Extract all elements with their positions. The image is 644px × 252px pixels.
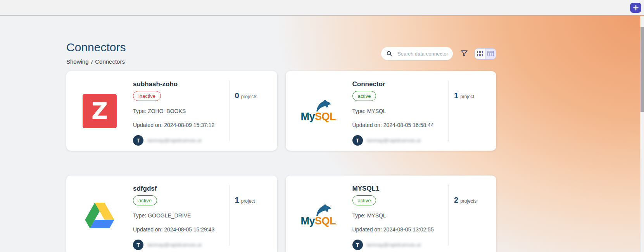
- table-view-icon: [487, 51, 494, 56]
- search-box[interactable]: [381, 47, 453, 60]
- filter-icon: [460, 49, 468, 57]
- page-header: Connectors Showing 7 Connectors: [66, 16, 496, 65]
- projects-count: 0: [235, 91, 239, 100]
- search-input[interactable]: [397, 50, 449, 57]
- mysql-wordmark-sql: SQL: [315, 215, 336, 227]
- connector-updated-on: Updated on: 2024-08-09 15:37:12: [133, 122, 229, 128]
- owner-avatar: T: [352, 240, 363, 250]
- connector-logo: My SQL .: [286, 176, 352, 252]
- owner-email-blurred: tanmay@rapidcanvas.ai: [367, 242, 421, 248]
- topbar: [0, 0, 644, 16]
- content-area: Connectors Showing 7 Connectors: [0, 16, 644, 252]
- owner-avatar: T: [133, 240, 143, 250]
- plus-icon: [633, 5, 639, 10]
- connector-logo: Z: [66, 71, 133, 151]
- projects-summary: 1project: [448, 80, 496, 141]
- projects-label: projects: [460, 198, 477, 204]
- connector-type: Type: MYSQL: [352, 212, 449, 219]
- owner-email-blurred: tanmay@rapidcanvas.ai: [147, 137, 202, 143]
- connector-updated-on: Updated on: 2024-08-05 13:02:55: [352, 226, 449, 233]
- projects-label: project: [241, 198, 255, 204]
- connector-card[interactable]: My SQL . Connector active Type: MYSQL Up…: [286, 71, 497, 151]
- mysql-trademark-dot: .: [336, 117, 337, 121]
- projects-summary: 1project: [229, 185, 277, 246]
- toolbar: [381, 47, 496, 60]
- projects-count: 2: [454, 196, 458, 204]
- connector-card[interactable]: Z subhash-zoho inactive Type: ZOHO_BOOKS…: [66, 71, 277, 151]
- mysql-trademark-dot: .: [336, 221, 337, 225]
- status-badge: active: [133, 195, 157, 205]
- zoho-books-logo: Z: [83, 94, 117, 128]
- grid-view-icon: [477, 51, 483, 56]
- page-title: Connectors: [66, 40, 126, 54]
- connector-name: sdfgdsf: [133, 185, 229, 192]
- zoho-letter: Z: [92, 100, 108, 122]
- connectors-grid: Z subhash-zoho inactive Type: ZOHO_BOOKS…: [66, 71, 496, 252]
- mysql-dolphin-icon: [316, 99, 332, 112]
- scrollbar-track[interactable]: [640, 16, 644, 252]
- grid-view-button[interactable]: [475, 49, 485, 59]
- projects-label: projects: [241, 94, 257, 99]
- mysql-wordmark-my: My: [300, 111, 315, 123]
- owner-avatar: T: [352, 135, 363, 146]
- add-connector-button[interactable]: [630, 3, 641, 13]
- filter-button[interactable]: [460, 49, 468, 58]
- status-badge: inactive: [133, 91, 161, 101]
- connector-logo: [66, 176, 133, 252]
- connector-updated-on: Updated on: 2024-08-05 16:58:44: [352, 122, 449, 128]
- status-badge: active: [352, 91, 376, 101]
- connector-card[interactable]: My SQL . MYSQL1 active Type: MYSQL Updat…: [286, 176, 497, 252]
- connector-name: Connector: [352, 81, 449, 87]
- connector-name: subhash-zoho: [133, 81, 229, 87]
- status-badge: active: [352, 195, 376, 205]
- mysql-wordmark-sql: SQL: [315, 111, 336, 123]
- mysql-dolphin-icon: [316, 204, 332, 216]
- mysql-wordmark-my: My: [300, 215, 315, 227]
- mysql-logo: My SQL .: [300, 99, 337, 123]
- projects-summary: 2projects: [448, 185, 496, 246]
- connector-type: Type: MYSQL: [352, 108, 449, 114]
- connector-card[interactable]: sdfgdsf active Type: GOOGLE_DRIVE Update…: [66, 176, 277, 252]
- projects-summary: 0projects: [229, 80, 277, 141]
- scrollbar-thumb[interactable]: [641, 27, 644, 112]
- search-icon: [386, 50, 392, 57]
- connector-logo: My SQL .: [286, 71, 352, 151]
- owner-email-blurred: tanmay@rapidcanvas.ai: [147, 242, 202, 248]
- results-count: Showing 7 Connectors: [66, 58, 126, 65]
- owner-avatar: T: [133, 135, 143, 146]
- projects-count: 1: [235, 196, 239, 204]
- google-drive-logo: [85, 203, 114, 228]
- view-toggle: [475, 48, 496, 59]
- table-view-button[interactable]: [485, 49, 496, 59]
- projects-count: 1: [454, 91, 458, 100]
- mysql-logo: My SQL .: [300, 204, 337, 227]
- connector-name: MYSQL1: [352, 185, 449, 192]
- connector-type: Type: ZOHO_BOOKS: [133, 108, 229, 114]
- projects-label: project: [460, 94, 474, 99]
- owner-email-blurred: tanmay@rapidcanvas.ai: [367, 137, 421, 143]
- connector-updated-on: Updated on: 2024-08-05 15:29:43: [133, 226, 229, 233]
- connector-type: Type: GOOGLE_DRIVE: [133, 212, 229, 219]
